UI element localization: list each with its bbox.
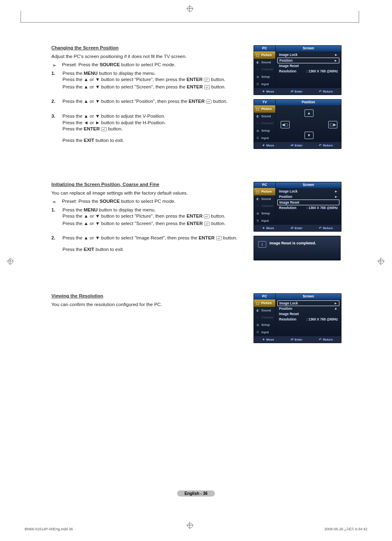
osd-title: Screen [276, 46, 341, 51]
chevron-right-icon: ► [334, 307, 338, 311]
osd-sidebar: ▢Picture ◐Sound ≡Channel ✲Setup ⎘Input [254, 300, 276, 336]
row-position: Position► [277, 58, 339, 63]
row-image-reset: Image Reset [277, 200, 339, 205]
svg-rect-4 [204, 215, 210, 218]
preset-line: ➣ Preset: Press the SOURCE button to sel… [51, 62, 247, 67]
svg-rect-6 [216, 237, 221, 240]
move-icon: ✦ [262, 338, 265, 341]
footer-enter: ⏎Enter [291, 226, 302, 230]
footer-enter: ⏎Enter [291, 338, 302, 341]
footer-enter: ⏎Enter [291, 144, 302, 147]
footer-return: ↶Return [319, 90, 333, 93]
gear-icon: ✲ [255, 74, 260, 79]
input-icon: ⎘ [255, 218, 260, 223]
registration-mark-icon [7, 258, 14, 265]
sidebar-item-input: ⎘Input [254, 217, 275, 224]
sidebar-item-sound: ◐Sound [254, 195, 275, 203]
row-image-lock: Image Lock► [277, 52, 339, 58]
sidebar-item-setup: ✲Setup [254, 127, 275, 135]
footer-return: ↶Return [319, 144, 333, 147]
page-number: English - 36 [177, 490, 215, 497]
enter-icon: ⏎ [291, 144, 293, 147]
footer-enter: ⏎Enter [291, 90, 302, 93]
intro-text: You can confirm the resolution configure… [51, 302, 247, 308]
enter-icon [206, 99, 212, 106]
footer-return: ↶Return [319, 226, 333, 230]
crop-mark [21, 22, 359, 23]
row-image-reset: Image Reset [277, 311, 339, 317]
sidebar-item-channel: ≡Channel [254, 314, 275, 321]
section-title: Viewing the Resolution [51, 293, 247, 298]
sound-icon: ◐ [255, 308, 260, 313]
channel-icon: ≡ [255, 121, 260, 126]
chevron-right-icon: ► [334, 190, 338, 193]
footer-move: ✦Move [262, 226, 274, 230]
row-resolution: Resolution: 1360 X 768 @60Hz [277, 69, 339, 74]
section-title: Changing the Screen Position [51, 45, 247, 50]
return-icon: ↶ [319, 226, 322, 230]
osd-screen-menu: PC Screen ▢Picture ◐Sound ≡Channel ✲Setu… [254, 293, 341, 343]
osd-mode: PC [254, 46, 276, 51]
row-image-reset: Image Reset [277, 63, 339, 69]
return-icon: ↶ [319, 144, 322, 147]
registration-mark-icon [186, 5, 194, 12]
chevron-right-icon: ► [334, 59, 337, 63]
sound-icon: ◐ [255, 114, 260, 118]
sidebar-item-sound: ◐Sound [254, 307, 275, 314]
sidebar-item-sound: ◐Sound [254, 113, 275, 120]
sidebar-item-input: ⎘Input [254, 328, 275, 336]
arrow-icon: ➣ [52, 63, 56, 68]
input-icon: ⎘ [255, 135, 260, 140]
sidebar-item-sound: ◐Sound [254, 59, 275, 66]
step-3: 3. Press the ▲ or ▼ button to adjust the… [51, 113, 247, 144]
picture-icon: ▢ [255, 107, 260, 111]
svg-rect-5 [204, 222, 210, 225]
popup-text: Image Reset is completed. [270, 241, 316, 245]
enter-icon: ⏎ [291, 338, 293, 341]
row-position: Position► [277, 306, 339, 311]
osd-position-menu: TV Position ▢Picture ◐Sound ≡Channel ✲Se… [254, 99, 341, 149]
sidebar-item-channel: ≡Channel [254, 66, 275, 73]
picture-icon: ▢ [255, 53, 260, 58]
row-image-lock: Image Lock► [277, 300, 339, 306]
sidebar-item-input: ⎘Input [254, 80, 275, 88]
return-icon: ↶ [319, 338, 322, 341]
sidebar-item-setup: ✲Setup [254, 73, 275, 81]
osd-title: Position [276, 100, 341, 105]
input-icon: ⎘ [255, 81, 260, 86]
sidebar-item-setup: ✲Setup [254, 321, 275, 329]
registration-mark-icon [377, 258, 385, 265]
gear-icon: ✲ [255, 211, 260, 216]
picture-icon: ▢ [255, 189, 260, 194]
channel-icon: ≡ [255, 204, 260, 209]
sidebar-item-picture: ▢Picture [254, 300, 275, 307]
document-footer: BN68-01514P-00Eng.indd 36 2008-05-26 ¿ÀÈ… [25, 527, 367, 531]
sound-icon: ◐ [255, 60, 260, 65]
osd-screen-menu: PC Screen ▢Picture ◐Sound ≡Channel ✲Setu… [254, 45, 341, 95]
osd-sidebar: ▢Picture ◐Sound ≡Channel ✲Setup ⎘Input [254, 188, 276, 224]
crop-mark [359, 11, 359, 23]
sidebar-item-input: ⎘Input [254, 134, 275, 142]
enter-icon [204, 77, 210, 84]
footer-return: ↶Return [319, 338, 333, 341]
step-2: 2. Press the ▲ or ▼ button to select "Im… [51, 235, 247, 253]
osd-title: Screen [276, 182, 341, 188]
chevron-right-icon: ► [334, 302, 337, 305]
intro-text: Adjust the PC's screen positioning if it… [51, 53, 247, 60]
move-icon: ✦ [262, 226, 265, 230]
step-1: 1. Press the MENU button to display the … [51, 207, 247, 228]
step-2: 2. Press the ▲ or ▼ button to select "Po… [51, 98, 247, 106]
osd-mode: PC [254, 182, 276, 188]
channel-icon: ≡ [255, 315, 260, 320]
position-left-button: ◀▢ [281, 121, 290, 128]
osd-popup: i Image Reset is completed. [254, 236, 341, 260]
sound-icon: ◐ [255, 196, 260, 201]
enter-icon: ⏎ [291, 226, 293, 230]
svg-rect-1 [204, 85, 210, 89]
sidebar-item-picture: ▢Picture [254, 105, 275, 113]
svg-rect-0 [204, 78, 210, 82]
section-title: Initializing the Screen Position, Coarse… [51, 182, 247, 187]
info-icon: i [258, 241, 266, 248]
footer-move: ✦Move [262, 338, 274, 341]
osd-mode: TV [254, 100, 276, 105]
